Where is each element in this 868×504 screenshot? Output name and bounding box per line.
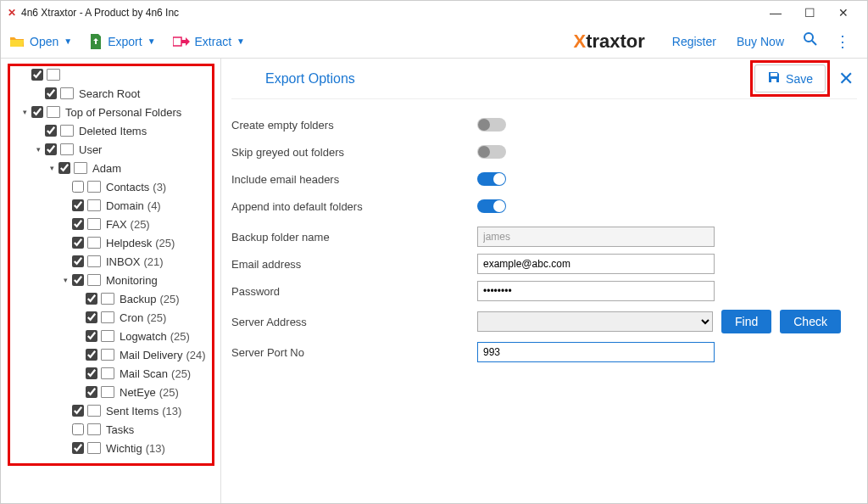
folder-checkbox[interactable] — [86, 311, 97, 323]
folder-checkbox[interactable] — [72, 237, 84, 249]
main-toolbar: Open ▼ Export ▼ Extract ▼ Xtraxtor Regis… — [1, 25, 867, 59]
folder-checkbox[interactable] — [86, 330, 97, 342]
extract-icon — [173, 35, 190, 48]
email-input[interactable] — [477, 254, 715, 274]
folder-checkbox[interactable] — [72, 199, 84, 211]
server-address-select[interactable] — [477, 311, 713, 332]
tree-node[interactable]: Helpdesk (25) — [4, 233, 217, 252]
tree-node[interactable]: ▾Top of Personal Folders — [4, 103, 217, 121]
folder-checkbox[interactable] — [86, 349, 97, 361]
folder-icon — [87, 274, 101, 286]
tree-node[interactable]: Mail Delivery (24) — [4, 345, 217, 364]
open-button[interactable]: Open ▼ — [9, 35, 72, 48]
save-button[interactable]: Save — [754, 64, 826, 92]
folder-checkbox[interactable] — [72, 255, 84, 267]
folder-checkbox[interactable] — [58, 162, 70, 174]
folder-icon — [87, 442, 101, 454]
folder-icon — [101, 367, 114, 379]
folder-checkbox[interactable] — [72, 423, 84, 435]
tree-node[interactable]: Tasks — [4, 420, 217, 439]
expand-caret-icon[interactable]: ▾ — [33, 145, 43, 154]
search-icon[interactable] — [803, 31, 818, 51]
extract-button[interactable]: Extract ▼ — [173, 35, 245, 48]
include-headers-label: Include email headers — [231, 173, 477, 186]
folder-checkbox[interactable] — [31, 69, 43, 81]
tree-node[interactable]: Mail Scan (25) — [4, 364, 217, 383]
skip-greyed-toggle[interactable] — [477, 145, 506, 159]
server-port-input[interactable] — [477, 342, 715, 362]
backup-folder-input[interactable] — [477, 227, 715, 247]
server-address-label: Server Address — [231, 316, 477, 328]
folder-checkbox[interactable] — [72, 218, 84, 230]
chevron-down-icon: ▼ — [147, 36, 156, 46]
folder-tree-sidebar: Search Root▾Top of Personal FoldersDelet… — [1, 59, 221, 503]
tree-node[interactable]: Sent Items (13) — [4, 401, 217, 420]
append-default-label: Append into default folders — [231, 200, 477, 213]
folder-icon — [87, 218, 101, 230]
tree-node[interactable]: Contacts (3) — [4, 177, 217, 196]
folder-checkbox[interactable] — [72, 181, 84, 193]
create-empty-label: Create empty folders — [231, 119, 477, 132]
password-input[interactable] — [477, 281, 715, 301]
folder-label: Tasks — [106, 423, 134, 436]
item-count: (13) — [146, 442, 165, 455]
folder-label: Backup — [120, 293, 156, 305]
tree-node[interactable]: Wichtig (13) — [4, 439, 217, 457]
tree-node[interactable]: NetEye (25) — [4, 383, 217, 401]
minimize-button[interactable]: — — [759, 6, 793, 20]
folder-checkbox[interactable] — [45, 87, 57, 99]
tree-node[interactable]: Deleted Items — [4, 121, 217, 140]
append-default-toggle[interactable] — [477, 199, 506, 213]
contact-icon — [87, 181, 101, 193]
folder-checkbox[interactable] — [72, 274, 84, 286]
svg-rect-3 — [771, 73, 777, 76]
highlight-annotation: Save — [750, 60, 830, 97]
folder-icon — [101, 293, 114, 305]
folder-icon — [87, 237, 101, 249]
create-empty-toggle[interactable] — [477, 118, 506, 132]
check-button[interactable]: Check — [780, 310, 841, 333]
brand-logo: Xtraxtor — [573, 31, 644, 53]
close-window-button[interactable]: ✕ — [826, 6, 860, 20]
item-count: (3) — [153, 181, 166, 193]
item-count: (25) — [171, 367, 191, 380]
folder-checkbox[interactable] — [86, 293, 97, 305]
register-link[interactable]: Register — [672, 35, 716, 48]
expand-caret-icon[interactable]: ▾ — [60, 276, 70, 284]
folder-checkbox[interactable] — [31, 106, 43, 118]
tree-node[interactable]: Backup (25) — [4, 289, 217, 308]
folder-label: Adam — [92, 162, 121, 175]
folder-checkbox[interactable] — [72, 405, 84, 417]
tree-node[interactable]: ▾User — [4, 140, 217, 159]
tree-node[interactable]: ▾Adam — [4, 159, 217, 177]
folder-checkbox[interactable] — [45, 143, 57, 155]
tree-node[interactable] — [4, 65, 217, 84]
tree-node[interactable]: Logwatch (25) — [4, 327, 217, 345]
folder-checkbox[interactable] — [45, 125, 57, 137]
folder-checkbox[interactable] — [86, 367, 97, 379]
folder-checkbox[interactable] — [86, 386, 97, 398]
tree-node[interactable]: Cron (25) — [4, 308, 217, 327]
more-menu-icon[interactable]: ⋮ — [835, 32, 850, 51]
save-icon — [767, 70, 781, 87]
tree-node[interactable]: ▾Monitoring — [4, 271, 217, 289]
backup-folder-label: Backup folder name — [231, 231, 477, 244]
expand-caret-icon[interactable]: ▾ — [47, 164, 57, 172]
folder-icon — [101, 311, 114, 323]
svg-point-1 — [804, 33, 813, 42]
include-headers-toggle[interactable] — [477, 172, 506, 186]
close-panel-button[interactable]: ✕ — [838, 68, 854, 90]
tree-node[interactable]: Domain (4) — [4, 196, 217, 215]
item-count: (13) — [162, 405, 181, 417]
folder-checkbox[interactable] — [72, 442, 84, 454]
folder-label: Monitoring — [106, 274, 158, 287]
expand-caret-icon[interactable]: ▾ — [19, 108, 30, 116]
export-button[interactable]: Export ▼ — [89, 34, 155, 49]
maximize-button[interactable]: ☐ — [793, 6, 826, 20]
tree-node[interactable]: FAX (25) — [4, 215, 217, 233]
find-button[interactable]: Find — [721, 310, 771, 333]
tree-node[interactable]: Search Root — [4, 84, 217, 103]
tree-node[interactable]: INBOX (21) — [4, 252, 217, 271]
folder-label: Helpdesk — [106, 237, 152, 249]
buy-now-link[interactable]: Buy Now — [737, 35, 784, 48]
